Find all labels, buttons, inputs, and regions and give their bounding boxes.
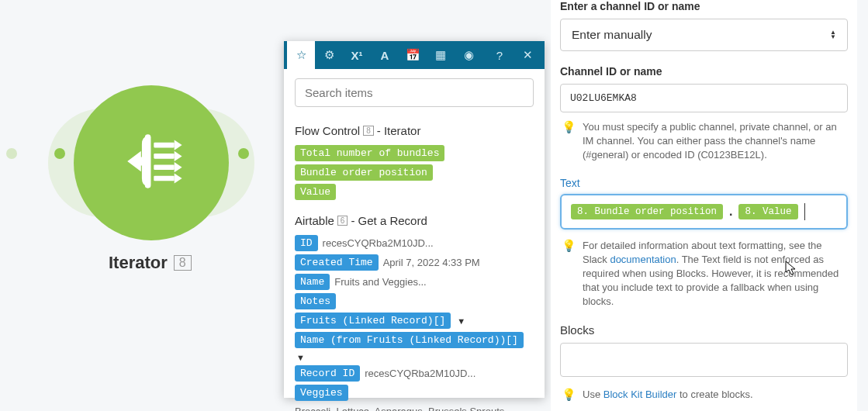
connector-dot[interactable]	[54, 148, 65, 159]
channel-method-select[interactable]: Enter manually ▲▼	[560, 19, 848, 51]
module-number: 8	[174, 255, 192, 271]
pill-value[interactable]: Value	[295, 184, 336, 200]
variable-icon: X¹	[351, 49, 363, 62]
hint-text: For detailed information about text form…	[583, 239, 848, 309]
section-heading: Airtable 6 - Get a Record	[295, 214, 534, 227]
pill-notes[interactable]: Notes	[295, 293, 336, 309]
svg-rect-0	[154, 143, 174, 148]
svg-rect-2	[154, 164, 174, 170]
pill-name-from-fruits[interactable]: Name (from Fruits (Linked Record))[]	[295, 332, 524, 348]
pill-total-bundles[interactable]: Total number of bundles	[295, 145, 444, 161]
slack-config-panel: Enter a channel ID or name Enter manuall…	[551, 0, 857, 411]
channel-id-heading: Channel ID or name	[560, 65, 848, 78]
bulb-icon: 💡	[562, 120, 576, 163]
search-input[interactable]	[295, 78, 534, 107]
tab-text[interactable]: A	[371, 41, 399, 69]
select-value: Enter manually	[572, 28, 652, 42]
svg-rect-1	[154, 154, 174, 159]
pill-fruits-linked[interactable]: Fruits (Linked Record)[]	[295, 313, 451, 329]
svg-rect-3	[154, 176, 174, 181]
chevron-down-icon[interactable]: ▼	[296, 353, 305, 362]
items-picker-panel: ☆ ⚙ X¹ A 📅 ▦ ◉ ? ✕ Flow Control	[284, 41, 545, 398]
blocks-input[interactable]	[560, 343, 848, 377]
pill-veggies[interactable]: Veggies	[295, 385, 348, 401]
tab-star[interactable]: ☆	[287, 41, 315, 69]
calendar-icon: 📅	[406, 48, 420, 62]
chevron-down-icon[interactable]: ▼	[457, 316, 465, 326]
tab-variables[interactable]: X¹	[343, 41, 371, 69]
hint-text: Use Block Kit Builder to create blocks.	[583, 388, 753, 402]
documentation-link[interactable]: documentation	[610, 254, 676, 265]
close-icon: ✕	[523, 48, 533, 62]
bulb-icon: 💡	[562, 239, 576, 309]
block-kit-link[interactable]: Block Kit Builder	[603, 389, 677, 400]
connector-dot	[6, 148, 17, 159]
separator-dot: .	[729, 205, 732, 219]
iterator-module[interactable]	[74, 85, 229, 240]
pill-bundle-order[interactable]: Bundle order position	[295, 164, 433, 181]
tab-array[interactable]: ▦	[427, 41, 455, 69]
text-cursor	[804, 203, 805, 220]
grid-icon: ▦	[435, 48, 446, 62]
hint-text: You must specify a public channel, priva…	[583, 120, 848, 163]
pill-value-text: recesCYQRba2M10JD...	[323, 237, 434, 249]
chip-value[interactable]: 8. Value	[738, 204, 797, 219]
channel-id-input[interactable]: U02LU6EMKA8	[560, 84, 848, 112]
scenario-canvas: Iterator 8	[0, 0, 287, 411]
module-label: Iterator 8	[109, 253, 192, 273]
connector-dot[interactable]	[238, 148, 249, 159]
pill-value-text: April 7, 2022 4:33 PM	[383, 257, 480, 268]
blocks-label: Blocks	[560, 323, 848, 337]
picker-tabs: ☆ ⚙ X¹ A 📅 ▦ ◉ ? ✕	[284, 41, 545, 69]
pill-value-text: Fruits and Veggies...	[334, 276, 427, 288]
bulb-icon: 💡	[562, 388, 576, 402]
select-caret-icon: ▲▼	[830, 30, 836, 40]
text-input[interactable]: 8. Bundle order position . 8. Value	[560, 194, 848, 230]
tab-other[interactable]: ◉	[455, 41, 482, 69]
iterator-icon	[109, 119, 194, 207]
tab-date[interactable]: 📅	[399, 41, 427, 69]
question-icon: ?	[496, 49, 503, 62]
module-name: Iterator	[109, 253, 168, 273]
pill-id[interactable]: ID	[295, 235, 318, 251]
text-section-label[interactable]: Text	[560, 177, 848, 189]
tab-close[interactable]: ✕	[514, 41, 541, 69]
pill-value-text: Broccoli, Lettuce, Asparagus, Brussels S…	[295, 406, 504, 411]
channel-method-heading: Enter a channel ID or name	[560, 0, 848, 12]
pill-created-time[interactable]: Created Time	[295, 254, 379, 271]
gear-icon: ⚙	[324, 48, 334, 62]
pill-record-id[interactable]: Record ID	[295, 365, 360, 382]
misc-icon: ◉	[464, 48, 474, 62]
text-hint: 💡 For detailed information about text fo…	[560, 239, 848, 309]
blocks-hint: 💡 Use Block Kit Builder to create blocks…	[560, 388, 848, 402]
tab-help[interactable]: ?	[486, 41, 514, 69]
chip-bundle-order[interactable]: 8. Bundle order position	[571, 204, 723, 219]
text-icon: A	[381, 49, 389, 62]
pill-value-text: recesCYQRba2M10JD...	[365, 368, 475, 379]
pill-name[interactable]: Name	[295, 274, 330, 290]
section-heading: Flow Control 8 - Iterator	[295, 124, 534, 137]
tab-settings[interactable]: ⚙	[315, 41, 343, 69]
channel-hint: 💡 You must specify a public channel, pri…	[560, 120, 848, 163]
star-icon: ☆	[296, 48, 306, 62]
